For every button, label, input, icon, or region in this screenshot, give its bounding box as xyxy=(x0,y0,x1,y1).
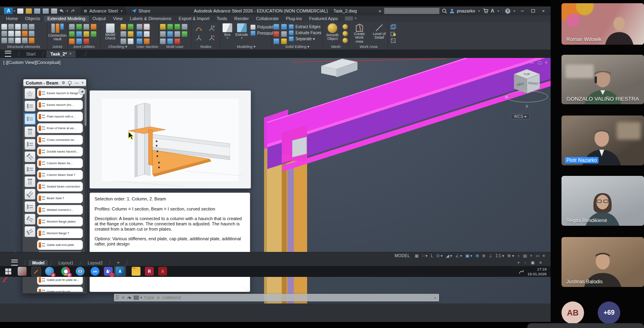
category-pylon[interactable] xyxy=(25,176,35,187)
tab-render[interactable]: Render xyxy=(231,16,252,22)
signed-in-user[interactable]: pnazarko xyxy=(457,8,475,13)
minimize-button[interactable] xyxy=(518,8,526,14)
viewcube-west[interactable]: W xyxy=(505,95,508,99)
tab-plugins[interactable]: Plug-ins xyxy=(282,16,305,22)
ortho-icon[interactable]: L xyxy=(429,253,435,258)
taskbar-chrome-icon[interactable]: P xyxy=(61,267,70,276)
ribbon-icon[interactable] xyxy=(15,24,21,30)
ribbon-icon[interactable] xyxy=(29,24,35,30)
ribbon-icon[interactable] xyxy=(1,37,7,43)
ribbon-icon[interactable] xyxy=(8,37,14,43)
category-apex[interactable] xyxy=(25,126,35,137)
tab-layout2[interactable]: Layout2 xyxy=(84,260,106,266)
tab-labels-dimensions[interactable]: Labels & Dimensions xyxy=(126,16,175,22)
ribbon-icon[interactable] xyxy=(160,31,166,37)
command-caret-icon[interactable]: ▾ xyxy=(140,296,142,299)
create-work-area-button[interactable]: Create Work Area xyxy=(351,23,368,44)
dynamic-ucs-icon[interactable]: ⊥ xyxy=(487,253,494,258)
joint-item[interactable]: Gable wall end plate xyxy=(37,240,83,250)
taskbar-notes-icon[interactable] xyxy=(31,267,41,276)
new-layout-button[interactable]: + xyxy=(113,259,124,266)
add-icon[interactable]: + xyxy=(517,260,520,265)
ribbon-icon[interactable] xyxy=(174,24,180,30)
node-icon[interactable] xyxy=(195,34,202,41)
extrude-button[interactable]: Extrude ▾ xyxy=(235,23,249,41)
ribbon-icon[interactable] xyxy=(69,31,75,37)
joint-item[interactable]: Eaves haunch (fro... xyxy=(37,100,83,110)
print-icon[interactable] xyxy=(51,8,57,14)
category-favorites[interactable] xyxy=(25,88,35,99)
category-misc[interactable] xyxy=(25,226,35,237)
tab-tools[interactable]: Tools xyxy=(213,16,231,22)
ribbon-icon[interactable] xyxy=(69,24,75,30)
ribbon-icon[interactable] xyxy=(182,31,188,37)
ribbon-icon[interactable] xyxy=(167,24,173,30)
display-icon[interactable]: ▣ xyxy=(531,260,535,265)
command-input[interactable] xyxy=(143,295,434,301)
node-icon[interactable] xyxy=(208,34,215,41)
ribbon-icon[interactable] xyxy=(182,24,188,30)
autodesk-caret-icon[interactable]: ▾ xyxy=(497,9,499,13)
taskbar-thunderbird-icon[interactable]: 6 xyxy=(45,267,54,276)
command-grip-icon[interactable] xyxy=(116,295,119,300)
annotation-scale[interactable]: 1:1 ▾ xyxy=(494,253,506,258)
ribbon-icon[interactable] xyxy=(136,24,142,30)
ribbon-icon[interactable] xyxy=(167,38,173,44)
tab-close-icon[interactable]: × xyxy=(69,52,72,56)
box-button[interactable]: Box ▾ xyxy=(222,23,233,41)
viewcube-top-face[interactable]: TOP xyxy=(524,72,530,76)
app-logo-icon[interactable]: A xyxy=(4,8,13,14)
palette-title-bar[interactable]: Column - Beam ⚙ — × xyxy=(23,79,86,86)
ribbon-icon[interactable] xyxy=(22,24,28,30)
help-caret-icon[interactable]: ▾ xyxy=(514,9,515,13)
command-history-icon[interactable]: ▴ xyxy=(434,296,436,299)
layout-menu-icon[interactable] xyxy=(11,260,18,266)
taskbar-acrobat-icon[interactable]: A xyxy=(158,267,167,276)
command-line[interactable]: × ▾ ▴ xyxy=(114,294,439,301)
autodesk-logo-icon[interactable]: A xyxy=(491,8,494,14)
redo-icon[interactable] xyxy=(70,8,75,13)
taskbar-explorer-icon[interactable] xyxy=(132,267,140,276)
participant-tile[interactable]: Regita Bendikienė xyxy=(561,176,644,226)
tab-task2[interactable]: Task_2* × xyxy=(46,50,76,58)
taskbar-revit-icon[interactable]: R xyxy=(145,267,154,276)
customization-menu-icon[interactable]: ≡ xyxy=(541,253,547,258)
ribbon-icon[interactable] xyxy=(120,31,126,37)
joint-item[interactable]: Moment flange plates xyxy=(37,217,83,227)
taskbar-advance-steel-icon[interactable]: A xyxy=(116,267,124,276)
presspull-button[interactable]: Presspull xyxy=(250,31,274,36)
mesh-icon[interactable] xyxy=(343,31,348,36)
taskbar-teams-icon[interactable] xyxy=(104,267,113,276)
wire-cube-icon[interactable] xyxy=(390,31,396,36)
ribbon-icon[interactable] xyxy=(76,31,82,37)
ribbon-icon[interactable] xyxy=(91,24,97,30)
category-rail[interactable] xyxy=(25,201,35,212)
joint-item[interactable]: Eaves haunch to flange xyxy=(37,88,83,98)
ribbon-icon[interactable] xyxy=(174,31,180,37)
model-check-button[interactable]: Model Check xyxy=(102,23,119,41)
ribbon-icon[interactable] xyxy=(144,38,150,44)
participants-overflow-count[interactable]: +69 xyxy=(598,301,620,324)
tab-view[interactable]: View xyxy=(109,16,126,22)
add-status-icon[interactable]: + xyxy=(528,253,534,258)
ribbon-icon[interactable] xyxy=(273,31,279,37)
category-turnbuckle[interactable] xyxy=(25,189,35,200)
command-prompt-icon[interactable] xyxy=(134,295,139,300)
category-bracing[interactable] xyxy=(25,151,35,162)
node-icon[interactable] xyxy=(208,25,215,31)
ribbon-icon[interactable] xyxy=(83,38,89,44)
resize-grip-icon[interactable]: ⋱ xyxy=(244,287,248,292)
wcs-selector[interactable]: WCS ▾ xyxy=(511,113,530,120)
share-button[interactable]: Share xyxy=(132,8,150,13)
search-expand-icon[interactable]: ▶ xyxy=(379,9,382,13)
menu-icon[interactable]: ≡ xyxy=(539,260,542,265)
mesh-icon[interactable] xyxy=(343,38,348,43)
float-minimize-icon[interactable]: — xyxy=(530,60,534,65)
lineweight-icon[interactable]: ≣ xyxy=(481,253,487,258)
help-icon[interactable]: ? xyxy=(505,8,510,14)
tab-collaborate[interactable]: Collaborate xyxy=(252,16,282,22)
grid-icon[interactable]: ▦ xyxy=(413,253,420,258)
tab-start[interactable]: Start xyxy=(22,50,39,58)
tab-layout1[interactable]: Layout1 xyxy=(55,260,77,266)
category-plate-joint[interactable] xyxy=(25,164,35,175)
